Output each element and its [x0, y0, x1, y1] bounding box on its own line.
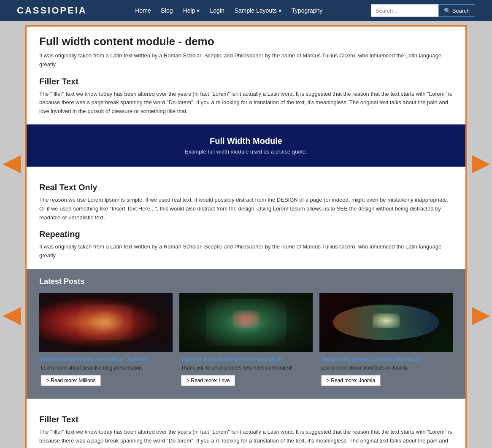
latest-posts-section: Latest Posts Millions of Websites are bu…	[27, 269, 465, 399]
repeating-body: It was originally taken from a Latin tex…	[39, 243, 453, 260]
post-title-2[interactable]: We love Joomla to the moon and back!	[181, 356, 311, 362]
real-text-body: The reason we use Lorem Ipsum is simple.…	[39, 196, 453, 222]
post-content-1: Millions of Websites are built on Joomla…	[39, 352, 173, 390]
search-button[interactable]: 🔍 Search	[438, 4, 475, 17]
read-more-button-3[interactable]: > Read more: Joomla	[321, 375, 381, 386]
post-desc-2: Thank you to all volunteers who have con…	[181, 365, 311, 371]
read-more-button-2[interactable]: > Read more: Love	[181, 375, 235, 386]
arrow-right-posts: ▶	[472, 304, 489, 326]
chevron-down-icon: ▾	[197, 7, 200, 14]
post-card-2: We love Joomla to the moon and back! Tha…	[179, 293, 313, 390]
post-image-1	[39, 293, 173, 352]
intro-subtitle: It was originally taken from a Latin tex…	[39, 51, 453, 69]
header: CASSIOPEIA Home Blog Help ▾ Login Sample…	[0, 0, 492, 21]
posts-grid: Millions of Websites are built on Joomla…	[39, 293, 453, 390]
post-title-3[interactable]: We proudly present Joomla Version 5!	[321, 356, 451, 362]
nav-typography[interactable]: Typography	[292, 7, 322, 14]
read-more-button-1[interactable]: > Read more: Millions	[41, 375, 101, 386]
chevron-down-icon-2: ▾	[278, 7, 281, 14]
post-content-2: We love Joomla to the moon and back! Tha…	[179, 352, 313, 390]
section-intro: Full width content module - demo It was …	[27, 27, 465, 124]
latest-posts-title: Latest Posts	[39, 277, 453, 286]
section-filler-bottom: Filler Text The "filler" text we know to…	[27, 399, 465, 448]
nav-home[interactable]: Home	[135, 7, 151, 14]
post-desc-3: Learn more about workflows in Joomla.	[321, 365, 451, 371]
page-outer: ◀ ▶ ◀ ▶ Full width content module - demo…	[0, 21, 492, 448]
filler-text-bottom: The "filler" text we know today has been…	[39, 428, 453, 448]
post-card-1: Millions of Websites are built on Joomla…	[39, 293, 173, 390]
search-input[interactable]	[371, 4, 438, 17]
post-image-3	[319, 293, 453, 352]
nav-login[interactable]: Login	[210, 7, 224, 14]
arrow-left-banner: ◀	[3, 152, 20, 174]
filler-text-1: The "filler" text we know today has been…	[39, 90, 453, 116]
post-content-3: We proudly present Joomla Version 5! Lea…	[319, 352, 453, 390]
banner-title: Full Width Module	[39, 136, 453, 146]
search-icon: 🔍	[444, 8, 451, 14]
filler-title-1: Filler Text	[39, 77, 453, 86]
main-nav: Home Blog Help ▾ Login Sample Layouts ▾ …	[135, 7, 322, 14]
real-text-title: Real Text Only	[39, 183, 453, 192]
post-image-2	[179, 293, 313, 352]
section-real-text: Real Text Only The reason we use Lorem I…	[27, 167, 465, 269]
intro-title: Full width content module - demo	[39, 35, 453, 48]
nav-blog[interactable]: Blog	[161, 7, 173, 14]
site-logo: CASSIOPEIA	[17, 5, 87, 16]
post-desc-1: Learn more about beautiful blog presenta…	[41, 365, 171, 371]
arrow-right-banner: ▶	[472, 152, 489, 174]
arrow-left-posts: ◀	[3, 304, 20, 326]
banner-subtitle: Example full width module used as a prai…	[39, 148, 453, 155]
full-width-banner: Full Width Module Example full width mod…	[27, 124, 465, 167]
repeating-title: Repeating	[39, 229, 453, 239]
nav-help[interactable]: Help ▾	[183, 7, 200, 14]
main-content-border: Full width content module - demo It was …	[25, 25, 467, 448]
search-area: 🔍 Search	[371, 4, 475, 17]
nav-sample-layouts[interactable]: Sample Layouts ▾	[235, 7, 281, 14]
post-title-1[interactable]: Millions of Websites are built on Joomla…	[41, 356, 171, 362]
post-card-3: We proudly present Joomla Version 5! Lea…	[319, 293, 453, 390]
filler-title-bottom: Filler Text	[39, 415, 453, 424]
